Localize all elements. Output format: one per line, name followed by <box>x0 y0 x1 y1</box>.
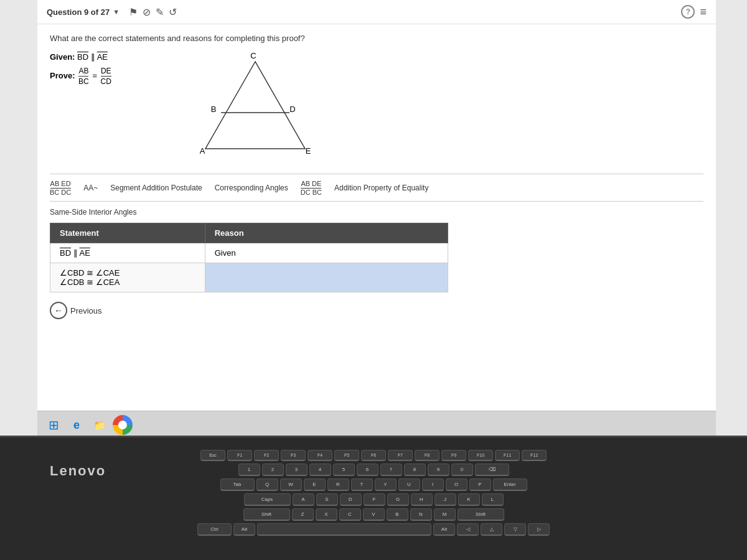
key-f6[interactable]: F6 <box>361 450 386 461</box>
content-area: Question 9 of 27 ▼ ⚑ ⊘ ✎ ↺ ? ≡ What are … <box>37 0 716 429</box>
key-arrow-left[interactable]: ◁ <box>457 523 479 536</box>
ae-overline-table: AE <box>80 248 90 258</box>
key-arrow-up[interactable]: △ <box>481 523 502 536</box>
previous-button[interactable]: ← Previous <box>50 302 703 319</box>
drag-item-fraction1[interactable]: AB ED BC DC <box>50 179 71 196</box>
chrome-icon[interactable] <box>113 415 133 435</box>
key-k[interactable]: K <box>458 493 480 506</box>
table-row: BD ∥ AE Given <box>50 243 448 263</box>
key-arrow-down[interactable]: ▽ <box>504 523 526 536</box>
key-p[interactable]: P <box>469 478 491 491</box>
key-f4[interactable]: F4 <box>308 450 332 461</box>
key-esc[interactable]: Esc <box>200 450 225 461</box>
key-f9[interactable]: F9 <box>441 450 466 461</box>
key-1[interactable]: 1 <box>238 464 260 476</box>
key-x[interactable]: X <box>316 508 337 521</box>
key-v[interactable]: V <box>363 508 385 521</box>
key-3[interactable]: 3 <box>286 464 308 476</box>
key-i[interactable]: I <box>422 478 444 491</box>
key-l[interactable]: L <box>482 493 504 506</box>
key-j[interactable]: J <box>435 493 456 506</box>
key-n[interactable]: N <box>410 508 432 521</box>
key-0[interactable]: 0 <box>451 464 473 476</box>
key-6[interactable]: 6 <box>357 464 378 476</box>
key-g[interactable]: G <box>387 493 409 506</box>
flag-icon[interactable]: ⚑ <box>129 6 138 18</box>
key-b[interactable]: B <box>387 508 408 521</box>
cancel-icon[interactable]: ⊘ <box>143 6 151 18</box>
header-bar: Question 9 of 27 ▼ ⚑ ⊘ ✎ ↺ ? ≡ <box>37 0 716 24</box>
key-f1[interactable]: F1 <box>227 450 252 461</box>
key-ctrl[interactable]: Ctrl <box>197 523 232 536</box>
given-bd: BD ∥ AE <box>77 52 108 62</box>
edge-icon[interactable]: e <box>67 415 87 435</box>
key-f12[interactable]: F12 <box>522 450 547 461</box>
key-f3[interactable]: F3 <box>281 450 306 461</box>
key-s[interactable]: S <box>316 493 338 506</box>
key-t[interactable]: T <box>351 478 373 491</box>
key-8[interactable]: 8 <box>404 464 426 476</box>
help-icon[interactable]: ? <box>681 5 695 19</box>
key-e[interactable]: E <box>304 478 326 491</box>
key-m[interactable]: M <box>434 508 456 521</box>
problem-layout: Given: BD ∥ AE Prove: AB BC = <box>50 52 703 164</box>
key-f8[interactable]: F8 <box>415 450 439 461</box>
key-alt[interactable]: Alt <box>233 523 255 536</box>
keyboard-row-5: Shift Z X C V B N M Shift <box>93 508 654 521</box>
windows-icon[interactable]: ⊞ <box>44 415 63 435</box>
key-o[interactable]: O <box>446 478 467 491</box>
same-side-angles[interactable]: Same-Side Interior Angles <box>50 208 703 217</box>
key-w[interactable]: W <box>280 478 302 491</box>
key-f7[interactable]: F7 <box>388 450 413 461</box>
vertex-d: D <box>289 105 295 114</box>
key-shift-right[interactable]: Shift <box>458 508 504 521</box>
key-f11[interactable]: F11 <box>495 450 520 461</box>
key-u[interactable]: U <box>398 478 420 491</box>
quiz-content: What are the correct statements and reas… <box>37 24 716 329</box>
drag-item-aa[interactable]: AA~ <box>83 184 98 192</box>
key-f5[interactable]: F5 <box>334 450 359 461</box>
key-enter[interactable]: Enter <box>493 478 527 491</box>
key-4[interactable]: 4 <box>309 464 331 476</box>
drag-options: AB ED BC DC AA~ Segment Addition Postula… <box>50 174 703 202</box>
key-z[interactable]: Z <box>292 508 314 521</box>
key-alt-right[interactable]: Alt <box>433 523 455 536</box>
files-icon[interactable]: 📁 <box>90 415 110 435</box>
key-d[interactable]: D <box>340 493 362 506</box>
drag-item-fraction2[interactable]: AB DE DC BC <box>301 179 322 196</box>
table-row: ∠CBD ≅ ∠CAE ∠CDB ≅ ∠CEA <box>50 263 448 292</box>
key-shift-left[interactable]: Shift <box>243 508 290 521</box>
reason-dropzone[interactable] <box>205 263 448 292</box>
key-c[interactable]: C <box>339 508 361 521</box>
refresh-icon[interactable]: ↺ <box>169 6 177 18</box>
question-counter: Question 9 of 27 <box>47 7 110 17</box>
key-backspace[interactable]: ⌫ <box>475 464 509 476</box>
laptop-body: Lenovo Esc F1 F2 F3 F4 F5 F6 F7 F8 F9 F1… <box>0 436 747 560</box>
key-q[interactable]: Q <box>256 478 278 491</box>
menu-icon[interactable]: ≡ <box>700 6 707 19</box>
keyboard: Esc F1 F2 F3 F4 F5 F6 F7 F8 F9 F10 F11 F… <box>93 450 654 536</box>
key-a[interactable]: A <box>293 493 314 506</box>
key-7[interactable]: 7 <box>380 464 402 476</box>
drag-item-segment-addition[interactable]: Segment Addition Postulate <box>110 184 202 192</box>
drag-item-addition-property[interactable]: Addition Property of Equality <box>334 184 428 192</box>
key-caps[interactable]: Caps <box>244 493 291 506</box>
key-f[interactable]: F <box>364 493 385 506</box>
nav-dropdown-arrow[interactable]: ▼ <box>113 8 120 16</box>
reason-given: Given <box>205 243 448 263</box>
pencil-icon[interactable]: ✎ <box>156 6 164 18</box>
vertex-e: E <box>306 146 311 156</box>
key-arrow-right[interactable]: ▷ <box>528 523 550 536</box>
key-f2[interactable]: F2 <box>254 450 279 461</box>
key-f10[interactable]: F10 <box>468 450 493 461</box>
key-5[interactable]: 5 <box>333 464 355 476</box>
key-h[interactable]: H <box>411 493 433 506</box>
key-2[interactable]: 2 <box>262 464 284 476</box>
drag-item-corresponding-angles[interactable]: Corresponding Angles <box>215 184 288 192</box>
key-y[interactable]: Y <box>375 478 397 491</box>
key-space[interactable] <box>257 523 431 536</box>
key-9[interactable]: 9 <box>428 464 449 476</box>
key-tab[interactable]: Tab <box>220 478 255 491</box>
vertex-a: A <box>200 146 205 156</box>
key-r[interactable]: R <box>327 478 349 491</box>
